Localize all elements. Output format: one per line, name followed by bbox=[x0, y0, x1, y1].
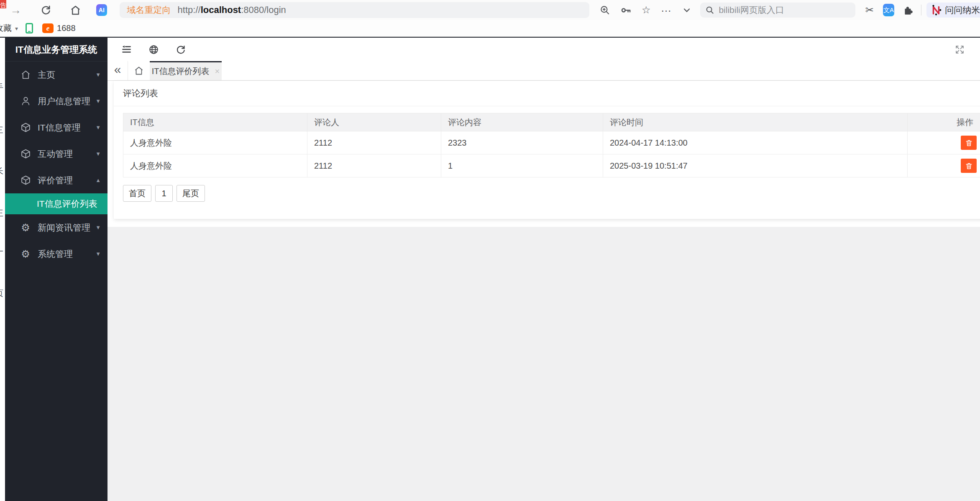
bookmark-1688-icon[interactable]: e bbox=[42, 23, 54, 33]
col-actions: 操作 bbox=[908, 113, 980, 131]
bookmarks-bar: 收藏 ▾ e 1688 bbox=[0, 20, 980, 37]
main-area: « IT信息评价列表 × 评论列表 bbox=[107, 38, 980, 501]
sidebar-item-label: IT信息管理 bbox=[38, 122, 81, 134]
browser-chrome: 告 → AI 域名重定向 http://localhost:8080/login bbox=[0, 0, 980, 37]
table-row: 人身意外险 2112 1 2025-03-19 10:51:47 bbox=[123, 154, 980, 177]
sidebar-item-label: 新闻资讯管理 bbox=[38, 222, 90, 234]
cube-icon bbox=[20, 175, 31, 185]
sidebar: IT信息业务管理系统 主页 ▼ 用户信息管理 ▼ bbox=[5, 38, 107, 501]
sidebar-item-label: 主页 bbox=[38, 69, 55, 81]
edge-text-fragment: 页 bbox=[0, 288, 3, 299]
bookmark-star-icon[interactable]: ☆ bbox=[642, 5, 651, 15]
search-icon bbox=[705, 5, 714, 15]
content-background: 评论列表 IT信息 评论人 评论内容 评论时间 操作 bbox=[107, 81, 980, 227]
more-menu-icon[interactable]: … bbox=[660, 3, 672, 13]
search-placeholder: bilibili网页版入口 bbox=[719, 4, 784, 16]
password-key-icon[interactable] bbox=[620, 5, 632, 16]
reload-icon[interactable] bbox=[41, 5, 51, 15]
background-window-edge: 手 三 长 王 一 页 bbox=[0, 38, 5, 501]
tab-home[interactable] bbox=[128, 61, 150, 80]
app-title: IT信息业务管理系统 bbox=[5, 38, 107, 62]
toolbar-divider bbox=[921, 5, 921, 15]
sidebar-item-label: 互动管理 bbox=[38, 148, 73, 160]
chevron-down-icon[interactable] bbox=[682, 5, 692, 15]
address-bar[interactable]: 域名重定向 http://localhost:8080/login bbox=[120, 2, 589, 18]
ai-assistant-icon[interactable]: AI bbox=[96, 4, 107, 16]
assistant-label: 问问纳米 bbox=[945, 4, 980, 16]
cell-comment: 2323 bbox=[441, 131, 603, 154]
delete-button[interactable] bbox=[961, 136, 977, 150]
sidebar-item-users[interactable]: 用户信息管理 ▼ bbox=[5, 88, 107, 114]
tab-evaluation-list[interactable]: IT信息评价列表 × bbox=[150, 61, 222, 80]
edge-text-fragment: 长 bbox=[0, 166, 3, 177]
globe-icon[interactable] bbox=[148, 44, 159, 55]
refresh-icon[interactable] bbox=[176, 44, 186, 55]
admin-app: 手 三 长 王 一 页 IT信息业务管理系统 主页 ▼ 用户信息管理 ▼ bbox=[0, 37, 980, 501]
cube-icon bbox=[20, 149, 31, 159]
sidebar-item-label: 用户信息管理 bbox=[38, 95, 90, 107]
bookmark-1688-label[interactable]: 1688 bbox=[57, 23, 76, 33]
sidebar-item-news[interactable]: ⚙ 新闻资讯管理 ▼ bbox=[5, 214, 107, 241]
sidebar-item-it-info[interactable]: IT信息管理 ▼ bbox=[5, 114, 107, 141]
chevron-down-icon: ▼ bbox=[95, 72, 101, 78]
cell-it-info: 人身意外险 bbox=[123, 154, 307, 177]
url-redirect-badge: 域名重定向 bbox=[127, 4, 171, 16]
bookmark-phone-icon[interactable] bbox=[26, 23, 33, 33]
tabs-scroll-left-button[interactable]: « bbox=[107, 61, 128, 80]
sidebar-item-label: 评价管理 bbox=[38, 175, 73, 186]
sidebar-subitem-evaluation-list-active[interactable]: IT信息评价列表 bbox=[5, 193, 107, 214]
edge-text-fragment: 手 bbox=[0, 82, 3, 93]
page-background bbox=[107, 227, 980, 501]
sidebar-item-evaluation[interactable]: 评价管理 ▲ bbox=[5, 167, 107, 193]
sidebar-item-home[interactable]: 主页 ▼ bbox=[5, 62, 107, 88]
translate-icon[interactable]: 文A bbox=[883, 4, 894, 16]
comment-list-card: 评论列表 IT信息 评论人 评论内容 评论时间 操作 bbox=[114, 81, 980, 219]
bookmark-favorites[interactable]: 收藏 bbox=[0, 23, 12, 34]
edge-text-fragment: 三 bbox=[0, 125, 3, 136]
extensions-puzzle-icon[interactable] bbox=[903, 5, 913, 15]
edge-text-fragment: 一 bbox=[0, 246, 3, 257]
col-it-info: IT信息 bbox=[123, 113, 307, 131]
collapse-sidebar-icon[interactable] bbox=[121, 44, 132, 55]
corner-notification-badge: 告 bbox=[0, 0, 6, 8]
sidebar-item-system[interactable]: ⚙ 系统管理 ▼ bbox=[5, 241, 107, 267]
cell-commenter: 2112 bbox=[307, 131, 441, 154]
home-icon bbox=[20, 69, 31, 80]
card-title: 评论列表 bbox=[114, 81, 980, 106]
edge-text-fragment: 王 bbox=[0, 208, 3, 219]
assistant-extension-button[interactable]: 问问纳米 bbox=[926, 3, 980, 18]
page-1-button[interactable]: 1 bbox=[155, 185, 173, 202]
pagination: 首页 1 尾页 bbox=[123, 185, 980, 202]
cell-actions bbox=[908, 131, 980, 154]
url-host: localhost bbox=[201, 5, 241, 15]
gear-icon: ⚙ bbox=[20, 223, 31, 233]
chevron-down-icon: ▼ bbox=[95, 251, 101, 257]
cell-it-info: 人身意外险 bbox=[123, 131, 307, 154]
forward-icon[interactable]: → bbox=[10, 5, 21, 16]
chevron-down-icon: ▼ bbox=[95, 124, 101, 131]
sidebar-item-interaction[interactable]: 互动管理 ▼ bbox=[5, 141, 107, 167]
cell-time: 2025-03-19 10:51:47 bbox=[603, 154, 908, 177]
bookmark-caret-icon[interactable]: ▾ bbox=[15, 25, 18, 32]
close-tab-icon[interactable]: × bbox=[215, 67, 220, 76]
home-icon[interactable] bbox=[70, 5, 81, 16]
assistant-n-icon bbox=[931, 5, 942, 15]
user-icon bbox=[20, 96, 31, 106]
col-commenter: 评论人 bbox=[307, 113, 441, 131]
scissors-icon[interactable]: ✂ bbox=[865, 5, 874, 15]
fullscreen-icon[interactable] bbox=[954, 44, 965, 55]
tab-bar: « IT信息评价列表 × bbox=[107, 61, 980, 81]
zoom-in-icon[interactable] bbox=[599, 5, 610, 15]
tab-label: IT信息评价列表 bbox=[152, 66, 210, 77]
gear-icon: ⚙ bbox=[20, 249, 31, 259]
col-comment: 评论内容 bbox=[441, 113, 603, 131]
cell-commenter: 2112 bbox=[307, 154, 441, 177]
search-input[interactable]: bilibili网页版入口 bbox=[700, 3, 855, 18]
last-page-button[interactable]: 尾页 bbox=[177, 185, 205, 202]
delete-button[interactable] bbox=[961, 159, 977, 173]
workspace-toolbar bbox=[107, 38, 980, 61]
chevron-down-icon: ▼ bbox=[95, 151, 101, 157]
sidebar-item-label: 系统管理 bbox=[38, 248, 73, 260]
chevron-down-icon: ▼ bbox=[95, 98, 101, 104]
first-page-button[interactable]: 首页 bbox=[123, 185, 151, 202]
